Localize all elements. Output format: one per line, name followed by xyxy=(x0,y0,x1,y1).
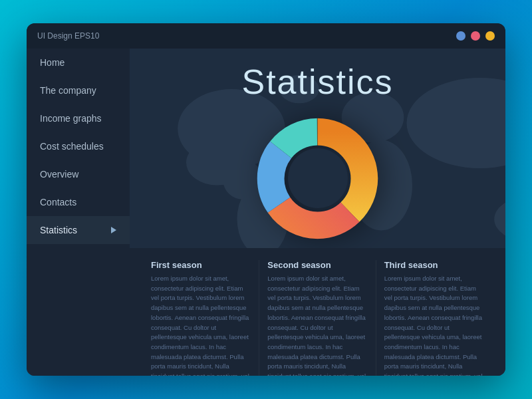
nav-arrow-icon xyxy=(111,227,116,233)
close-button[interactable] xyxy=(485,31,495,41)
sidebar-item-cost-schedules[interactable]: Cost schedules xyxy=(27,132,130,160)
season-col-1: First season Lorem ipsum dolor sit amet,… xyxy=(143,260,259,376)
sidebar: Home The company Income graphs Cost sche… xyxy=(27,49,130,376)
app-title: UI Design EPS10 xyxy=(37,31,99,41)
sidebar-item-home[interactable]: Home xyxy=(27,49,130,76)
donut-chart xyxy=(256,117,379,240)
main-layout: Home The company Income graphs Cost sche… xyxy=(27,49,505,376)
season-1-title: First season xyxy=(151,260,251,270)
season-1-text: Lorem ipsum dolor sit amet, consectetur … xyxy=(151,274,251,376)
season-3-text: Lorem ipsum dolor sit amet, consectetur … xyxy=(384,274,484,376)
sidebar-item-income-graphs[interactable]: Income graphs xyxy=(27,104,130,132)
minimize-button[interactable] xyxy=(456,31,466,41)
donut-hole xyxy=(288,148,348,208)
title-bar: UI Design EPS10 xyxy=(27,23,505,49)
season-2-text: Lorem ipsum dolor sit amet, consectetur … xyxy=(267,274,367,376)
season-2-title: Second season xyxy=(267,260,367,270)
app-window: UI Design EPS10 Home The company Income … xyxy=(27,23,505,376)
sidebar-item-company[interactable]: The company xyxy=(27,76,130,104)
sidebar-item-overview[interactable]: Overview xyxy=(27,160,130,188)
chart-area xyxy=(130,108,505,248)
content-area: Statistics xyxy=(130,49,505,376)
maximize-button[interactable] xyxy=(471,31,480,41)
sidebar-item-contacts[interactable]: Contacts xyxy=(27,188,130,216)
season-3-title: Third season xyxy=(384,260,484,270)
sidebar-item-statistics[interactable]: Statistics xyxy=(27,216,130,244)
season-col-3: Third season Lorem ipsum dolor sit amet,… xyxy=(376,260,492,376)
window-controls xyxy=(456,31,495,41)
content-top: Statistics xyxy=(130,49,505,108)
season-col-2: Second season Lorem ipsum dolor sit amet… xyxy=(259,260,375,376)
bottom-section: First season Lorem ipsum dolor sit amet,… xyxy=(130,248,505,376)
page-title: Statistics xyxy=(150,62,485,102)
